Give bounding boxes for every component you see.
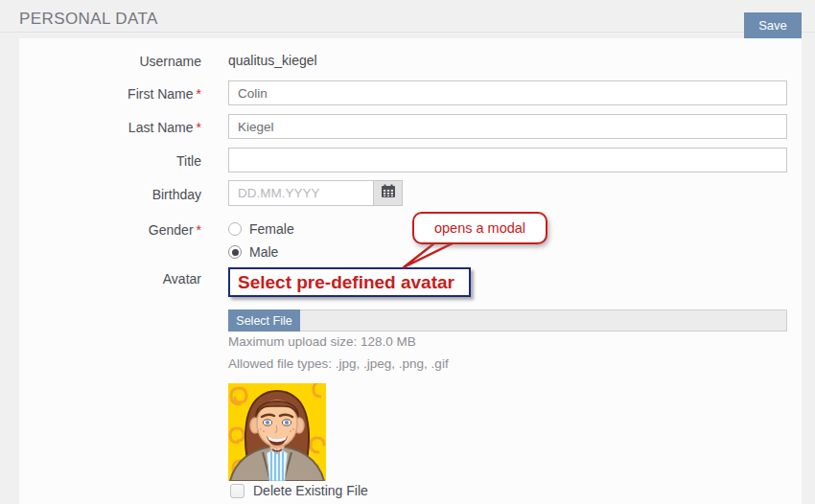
required-marker: * [197, 222, 201, 238]
avatar-label: Avatar [19, 271, 201, 286]
page-title: PERSONAL DATA [19, 10, 158, 29]
avatar-image [228, 383, 326, 481]
calendar-button[interactable] [374, 180, 403, 206]
last-name-label: Last Name* [19, 120, 201, 135]
first-name-input[interactable] [228, 80, 787, 105]
file-upload-bar: Select File [228, 309, 787, 332]
radio-checked-icon [228, 245, 242, 259]
calendar-icon [381, 184, 396, 202]
username-value: qualitus_kiegel [228, 53, 317, 68]
username-label: Username [19, 54, 201, 69]
allowed-types-note: Allowed file types: .jpg, .jpeg, .png, .… [228, 356, 449, 371]
delete-existing-file-label: Delete Existing File [253, 483, 368, 498]
max-upload-note: Maximum upload size: 128.0 MB [228, 334, 416, 349]
gender-option-male[interactable]: Male [228, 243, 278, 261]
birthday-label: Birthday [19, 187, 201, 202]
callout-opens-a-modal: opens a modal [412, 212, 547, 244]
radio-unchecked-icon [228, 222, 242, 236]
gender-option-female[interactable]: Female [228, 220, 294, 238]
required-marker: * [197, 86, 201, 102]
required-marker: * [197, 120, 201, 135]
title-input[interactable] [228, 148, 787, 172]
save-button[interactable]: Save [744, 12, 802, 38]
last-name-input[interactable] [228, 114, 787, 139]
select-file-button[interactable]: Select File [228, 309, 300, 332]
checkbox-unchecked-icon [230, 484, 244, 498]
birthday-input[interactable] [228, 180, 374, 206]
gender-label: Gender* [19, 222, 201, 238]
title-label: Title [19, 153, 201, 169]
delete-existing-file-checkbox-row[interactable]: Delete Existing File [230, 483, 368, 498]
first-name-label: First Name* [19, 86, 201, 102]
